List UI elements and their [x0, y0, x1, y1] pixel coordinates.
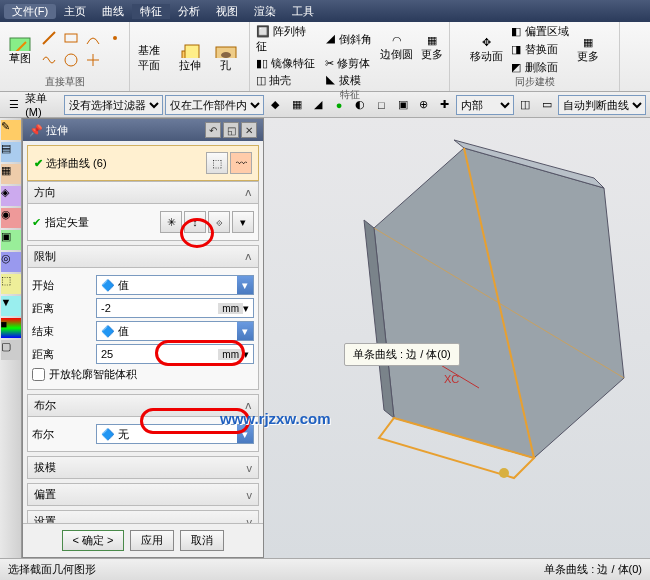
resource-bar: ✎ ▤ ▦ ◈ ◉ ▣ ◎ ⬚ ▼ ■ ▢ [0, 118, 22, 558]
nav-icon[interactable]: ▤ [1, 142, 21, 162]
chevron-down-icon: v [247, 489, 253, 501]
distance1-input[interactable]: -2mm▾ [96, 298, 254, 318]
offset-region-button[interactable]: ◧ 偏置区域 [511, 24, 568, 39]
limits-header[interactable]: 限制ʌ [27, 245, 259, 268]
cancel-button[interactable]: 取消 [180, 530, 224, 551]
open-profile-label: 开放轮廓智能体积 [49, 367, 254, 382]
boolean-label: 布尔 [32, 427, 92, 442]
close-icon[interactable]: ✕ [241, 122, 257, 138]
vector-dialog-icon[interactable]: ⟐ [208, 211, 230, 233]
sketch-section-icon[interactable]: ⬚ [206, 152, 228, 174]
viewport-tooltip: 单条曲线 : 边 / 体(0) [344, 343, 460, 366]
vector-label: 指定矢量 [45, 215, 105, 230]
hole-button[interactable]: 孔 [210, 41, 242, 73]
circle-icon[interactable] [62, 51, 82, 71]
tb-icon[interactable]: ◫ [516, 95, 535, 115]
trim-button[interactable]: ✂ 修剪体 [325, 56, 372, 71]
rect-icon[interactable] [62, 29, 82, 49]
tb-icon[interactable]: □ [372, 95, 391, 115]
datum-plane-button[interactable]: 基准平面 [138, 41, 170, 73]
chevron-up-icon: ʌ [245, 186, 252, 199]
line-icon[interactable] [40, 29, 60, 49]
vector-dropdown-icon[interactable]: ▾ [232, 211, 254, 233]
ok-button[interactable]: < 确定 > [62, 530, 125, 551]
menu-analysis[interactable]: 分析 [170, 4, 208, 19]
help-icon[interactable]: ◱ [223, 122, 239, 138]
edge-blend-button[interactable]: ◠边倒圆 [380, 34, 413, 62]
menu-file[interactable]: 文件(F) [4, 4, 56, 19]
arc-icon[interactable] [84, 29, 104, 49]
draft-header[interactable]: 拔模v [27, 456, 259, 479]
nav-icon[interactable]: ▦ [1, 164, 21, 184]
sketch-button[interactable]: 草图 [4, 34, 36, 66]
start-select[interactable]: 🔷 值▾ [96, 275, 254, 295]
nav-icon[interactable]: ◉ [1, 208, 21, 228]
move-face-button[interactable]: ✥移动面 [470, 36, 503, 64]
tb-icon[interactable]: ● [329, 95, 348, 115]
vector-auto-icon[interactable]: ✳ [160, 211, 182, 233]
nav-icon[interactable]: ■ [1, 318, 21, 338]
nav-icon[interactable]: ▢ [1, 340, 21, 360]
nav-icon[interactable]: ▼ [1, 296, 21, 316]
spline-icon[interactable] [40, 51, 60, 71]
menu-home[interactable]: 主页 [56, 4, 94, 19]
vector-reverse-icon[interactable]: ↕ [184, 211, 206, 233]
settings-header[interactable]: 设置v [27, 510, 259, 523]
select-curve-row[interactable]: ✔ 选择曲线 (6) ⬚ 〰 [27, 145, 259, 181]
chamfer-button[interactable]: ◢ 倒斜角 [325, 32, 372, 47]
draft-button[interactable]: ◣ 拔模 [325, 73, 372, 88]
tb-icon[interactable]: ▦ [287, 95, 306, 115]
tb-icon[interactable]: ⊕ [414, 95, 433, 115]
menu-curve[interactable]: 曲线 [94, 4, 132, 19]
svg-rect-6 [185, 45, 199, 58]
inside-select[interactable]: 内部 [456, 95, 513, 115]
group-label: 直接草图 [45, 75, 85, 89]
dialog-title: 拉伸 [46, 124, 68, 136]
extrude-button[interactable]: 拉伸 [174, 41, 206, 73]
pin-icon[interactable]: 📌 [29, 124, 43, 136]
direction-header[interactable]: 方向ʌ [27, 181, 259, 204]
extrude-dialog: 📌 拉伸 ↶ ◱ ✕ ✔ 选择曲线 (6) ⬚ 〰 方向ʌ ✔ [22, 118, 264, 558]
delete-face-button[interactable]: ◩ 删除面 [511, 60, 568, 75]
chevron-down-icon: v [247, 462, 253, 474]
distance2-input[interactable]: 25mm▾ [96, 344, 254, 364]
scope-select[interactable]: 仅在工作部件内 [165, 95, 264, 115]
filter-select[interactable]: 没有选择过滤器 [64, 95, 163, 115]
tb-icon[interactable]: ▣ [393, 95, 412, 115]
tb-icon[interactable]: ✚ [435, 95, 454, 115]
boolean-select[interactable]: 🔷 无▾ [96, 424, 254, 444]
plus-icon[interactable] [84, 51, 104, 71]
shell-button[interactable]: ◫ 抽壳 [256, 73, 317, 88]
pattern-button[interactable]: 🔲 阵列特征 [256, 24, 317, 54]
offset-header[interactable]: 偏置v [27, 483, 259, 506]
undo-icon[interactable]: ↶ [205, 122, 221, 138]
nav-icon[interactable]: ◎ [1, 252, 21, 272]
3d-viewport[interactable]: XC 单条曲线 : 边 / 体(0) [264, 118, 650, 558]
nav-icon[interactable]: ◈ [1, 186, 21, 206]
tb-icon[interactable]: ◐ [351, 95, 370, 115]
menu-label[interactable]: 菜单(M) [25, 91, 62, 118]
more-button[interactable]: ▦更多 [421, 34, 443, 62]
nav-icon[interactable]: ▣ [1, 230, 21, 250]
tb-icon[interactable]: ◢ [308, 95, 327, 115]
nav-icon[interactable]: ⬚ [1, 274, 21, 294]
apply-button[interactable]: 应用 [130, 530, 174, 551]
main-area: ✎ ▤ ▦ ◈ ◉ ▣ ◎ ⬚ ▼ ■ ▢ 📌 拉伸 ↶ ◱ ✕ ✔ 选择曲线 … [0, 118, 650, 558]
point-icon[interactable] [106, 29, 126, 49]
replace-face-button[interactable]: ◨ 替换面 [511, 42, 568, 57]
nav-icon[interactable]: ✎ [1, 120, 21, 140]
menu-view[interactable]: 视图 [208, 4, 246, 19]
open-profile-checkbox[interactable] [32, 368, 45, 381]
menu-render[interactable]: 渲染 [246, 4, 284, 19]
tb-icon[interactable]: ◆ [266, 95, 285, 115]
menu-button[interactable]: ☰ [4, 95, 23, 115]
end-select[interactable]: 🔷 值▾ [96, 321, 254, 341]
curve-icon[interactable]: 〰 [230, 152, 252, 174]
menu-tools[interactable]: 工具 [284, 4, 322, 19]
mirror-button[interactable]: ▮▯ 镜像特征 [256, 56, 317, 71]
tb-icon[interactable]: ▭ [537, 95, 556, 115]
distance1-label: 距离 [32, 301, 92, 316]
curve-select[interactable]: 自动判断曲线 [558, 95, 646, 115]
menu-feature[interactable]: 特征 [132, 4, 170, 19]
more2-button[interactable]: ▦更多 [577, 36, 599, 64]
